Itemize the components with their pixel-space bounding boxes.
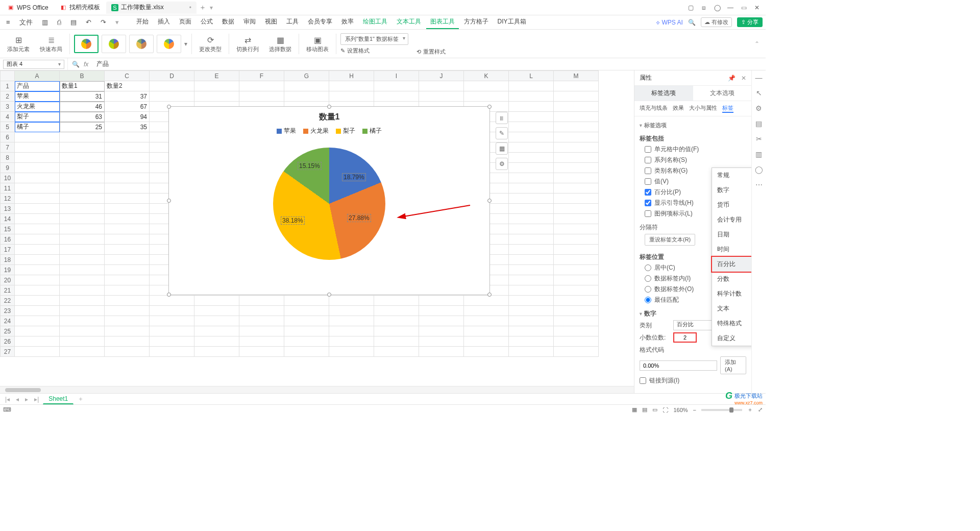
- search-icon[interactable]: 🔍: [688, 19, 696, 26]
- resize-handle[interactable]: [167, 105, 171, 109]
- cell-D1[interactable]: [150, 81, 194, 91]
- cell-G2[interactable]: [284, 91, 329, 102]
- cell-F2[interactable]: [239, 91, 284, 102]
- sheet-nav-next[interactable]: ▸: [23, 396, 30, 403]
- print-icon[interactable]: ⎙: [54, 17, 64, 28]
- cell-H27[interactable]: [329, 347, 374, 357]
- cell-M18[interactable]: [554, 255, 599, 265]
- cell-G24[interactable]: [284, 316, 329, 326]
- cell-L16[interactable]: [509, 234, 554, 245]
- cell-K26[interactable]: [464, 336, 509, 347]
- cell-A9[interactable]: [15, 163, 60, 173]
- row-header-22[interactable]: 22: [1, 296, 15, 306]
- tab-insert[interactable]: 插入: [154, 15, 174, 29]
- cell-A6[interactable]: [15, 132, 60, 142]
- cell-B14[interactable]: [60, 214, 105, 224]
- cell-B20[interactable]: [60, 275, 105, 285]
- add-tab-button[interactable]: ＋: [198, 3, 208, 12]
- strip-layers-icon[interactable]: ▤: [755, 119, 762, 128]
- row-header-11[interactable]: 11: [1, 183, 15, 194]
- rib-change-type[interactable]: ⟳ 更改类型: [196, 32, 225, 56]
- cell-C1[interactable]: 数量2: [105, 81, 150, 91]
- row-header-1[interactable]: 1: [1, 81, 15, 91]
- zoom-in-icon[interactable]: ＋: [747, 406, 753, 414]
- cell-D2[interactable]: [150, 91, 194, 102]
- cell-A20[interactable]: [15, 275, 60, 285]
- view-page-icon[interactable]: ▤: [642, 406, 647, 413]
- row-header-5[interactable]: 5: [1, 122, 15, 132]
- row-header-23[interactable]: 23: [1, 306, 15, 316]
- cell-F25[interactable]: [239, 326, 284, 336]
- quick-dd-icon[interactable]: ▾: [112, 17, 122, 28]
- cell-B22[interactable]: [60, 296, 105, 306]
- tab-page[interactable]: 页面: [175, 15, 195, 29]
- style-more-icon[interactable]: ▾: [184, 40, 187, 47]
- cell-M5[interactable]: [554, 122, 599, 132]
- cell-L11[interactable]: [509, 183, 554, 194]
- cell-C3[interactable]: 67: [105, 102, 150, 112]
- cell-D23[interactable]: [150, 306, 194, 316]
- tab-fanggezi[interactable]: 方方格子: [460, 15, 493, 29]
- cell-A7[interactable]: [15, 142, 60, 153]
- cell-M10[interactable]: [554, 173, 599, 183]
- win-cube-icon[interactable]: ⧇: [697, 1, 710, 14]
- cell-A19[interactable]: [15, 265, 60, 275]
- cell-A16[interactable]: [15, 234, 60, 245]
- row-header-6[interactable]: 6: [1, 132, 15, 142]
- cell-B15[interactable]: [60, 224, 105, 234]
- cell-C14[interactable]: [105, 214, 150, 224]
- resize-handle[interactable]: [327, 105, 331, 109]
- chart-style-1[interactable]: [74, 35, 99, 53]
- cell-M15[interactable]: [554, 224, 599, 234]
- cell-J25[interactable]: [419, 326, 464, 336]
- cell-B8[interactable]: [60, 153, 105, 163]
- rib-reset-style[interactable]: ⟲重置样式: [416, 48, 446, 56]
- resize-handle[interactable]: [327, 293, 331, 297]
- panel-close-icon[interactable]: ✕: [741, 75, 746, 82]
- cell-E2[interactable]: [194, 91, 239, 102]
- panel-tab-text-options[interactable]: 文本选项: [693, 86, 752, 101]
- row-header-24[interactable]: 24: [1, 316, 15, 326]
- cell-F27[interactable]: [239, 347, 284, 357]
- tab-member[interactable]: 会员专享: [304, 15, 336, 29]
- col-header-K[interactable]: K: [464, 71, 509, 81]
- cell-A14[interactable]: [15, 214, 60, 224]
- cell-L13[interactable]: [509, 204, 554, 214]
- cell-M9[interactable]: [554, 163, 599, 173]
- cell-C13[interactable]: [105, 204, 150, 214]
- cell-C10[interactable]: [105, 173, 150, 183]
- col-header-D[interactable]: D: [150, 71, 194, 81]
- chk-link-source[interactable]: 链接到源(I): [640, 376, 746, 385]
- corner-cell[interactable]: [1, 71, 15, 81]
- cell-M25[interactable]: [554, 326, 599, 336]
- data-label-orange[interactable]: 27.88%: [347, 214, 371, 222]
- resize-handle[interactable]: [167, 293, 171, 297]
- cell-I27[interactable]: [374, 347, 419, 357]
- cat-option-7[interactable]: 分数: [712, 272, 751, 286]
- cell-M1[interactable]: [554, 81, 599, 91]
- cell-G22[interactable]: [284, 296, 329, 306]
- rib-set-format[interactable]: ✎设置格式: [340, 47, 408, 55]
- cell-L19[interactable]: [509, 265, 554, 275]
- cell-L21[interactable]: [509, 285, 554, 296]
- cell-B19[interactable]: [60, 265, 105, 275]
- cell-C24[interactable]: [105, 316, 150, 326]
- spreadsheet-grid[interactable]: ABCDEFGHIJKLM1产品数量1数量22苹果31373火龙果46674梨子…: [0, 70, 634, 393]
- chart-style-button[interactable]: ✎: [496, 127, 508, 139]
- cell-E23[interactable]: [194, 306, 239, 316]
- cell-L14[interactable]: [509, 214, 554, 224]
- cell-L18[interactable]: [509, 255, 554, 265]
- cell-F26[interactable]: [239, 336, 284, 347]
- cell-D25[interactable]: [150, 326, 194, 336]
- cell-K24[interactable]: [464, 316, 509, 326]
- subtab-effect[interactable]: 效果: [673, 104, 684, 113]
- cell-A27[interactable]: [15, 347, 60, 357]
- cell-M27[interactable]: [554, 347, 599, 357]
- cell-E26[interactable]: [194, 336, 239, 347]
- cell-A3[interactable]: 火龙果: [15, 102, 60, 112]
- strip-more-icon[interactable]: ⋯: [755, 181, 763, 189]
- cell-A18[interactable]: [15, 255, 60, 265]
- strip-settings-icon[interactable]: ⚙: [755, 104, 762, 112]
- cell-A8[interactable]: [15, 153, 60, 163]
- cell-B4[interactable]: 63: [60, 112, 105, 122]
